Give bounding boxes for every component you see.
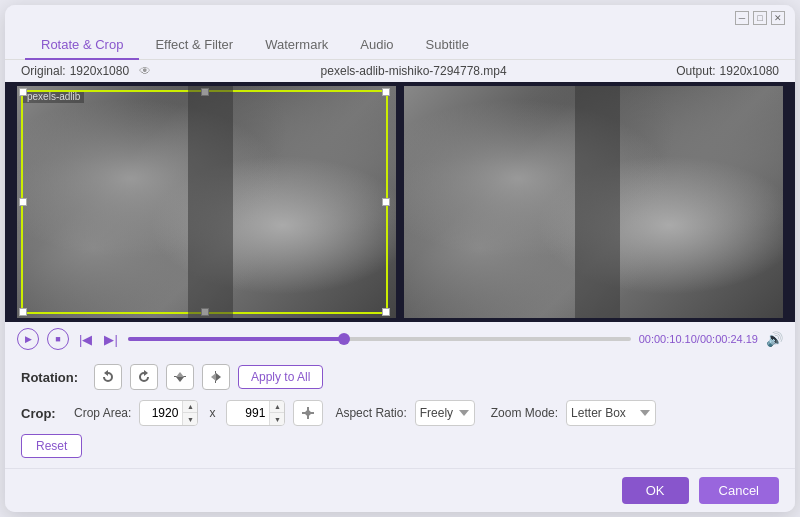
preview-left: pexels-adlib — [17, 86, 396, 318]
preview-canvas-right — [404, 86, 783, 318]
total-time: 00:00:24.19 — [700, 333, 758, 345]
preview-canvas-left: pexels-adlib — [17, 86, 396, 318]
progress-fill — [128, 337, 344, 341]
crop-row: Crop: Crop Area: ▲ ▼ x ▲ ▼ — [21, 400, 779, 426]
crop-handle-bl[interactable] — [19, 308, 27, 316]
rotation-row: Rotation: — [21, 364, 779, 390]
aspect-ratio-label: Aspect Ratio: — [335, 406, 406, 420]
crop-area-label: Crop Area: — [74, 406, 131, 420]
ok-button[interactable]: OK — [622, 477, 689, 504]
tab-watermark[interactable]: Watermark — [249, 31, 344, 60]
zoom-mode-label: Zoom Mode: — [491, 406, 558, 420]
x-separator: x — [209, 406, 215, 420]
reset-button[interactable]: Reset — [21, 434, 82, 458]
minimize-button[interactable]: ─ — [735, 11, 749, 25]
footer: OK Cancel — [5, 468, 795, 512]
output-label: Output: — [676, 64, 715, 78]
eye-icon[interactable]: 👁 — [139, 64, 151, 78]
crop-width-up[interactable]: ▲ — [183, 400, 197, 413]
preview-right — [404, 86, 783, 318]
rotate-left-button[interactable] — [94, 364, 122, 390]
height-spinners: ▲ ▼ — [269, 400, 284, 426]
tab-subtitle[interactable]: Subtitle — [410, 31, 485, 60]
volume-icon[interactable]: 🔊 — [766, 331, 783, 347]
controls-area: Rotation: — [5, 356, 795, 468]
crop-width-down[interactable]: ▼ — [183, 413, 197, 426]
width-spinners: ▲ ▼ — [182, 400, 197, 426]
skip-forward-button[interactable]: ▶| — [102, 332, 119, 347]
crop-handle-br[interactable] — [382, 308, 390, 316]
crop-height-input[interactable] — [227, 406, 269, 420]
crop-height-down[interactable]: ▼ — [270, 413, 284, 426]
crop-height-up[interactable]: ▲ — [270, 400, 284, 413]
current-time: 00:00:10.10 — [639, 333, 697, 345]
maximize-button[interactable]: □ — [753, 11, 767, 25]
tab-audio[interactable]: Audio — [344, 31, 409, 60]
reset-row: Reset — [21, 434, 779, 458]
crop-width-group: ▲ ▼ — [139, 400, 198, 426]
tab-effect-filter[interactable]: Effect & Filter — [139, 31, 249, 60]
filename: pexels-adlib-mishiko-7294778.mp4 — [321, 64, 507, 78]
original-label: Original: — [21, 64, 66, 78]
play-button[interactable]: ▶ — [17, 328, 39, 350]
tab-bar: Rotate & Crop Effect & Filter Watermark … — [5, 31, 795, 60]
original-resolution: 1920x1080 — [70, 64, 129, 78]
main-window: ─ □ ✕ Rotate & Crop Effect & Filter Wate… — [5, 5, 795, 512]
stop-button[interactable]: ■ — [47, 328, 69, 350]
svg-rect-3 — [302, 412, 314, 414]
rotation-label: Rotation: — [21, 370, 86, 385]
skip-back-button[interactable]: |◀ — [77, 332, 94, 347]
crop-handle-mb[interactable] — [201, 308, 209, 316]
zoom-mode-select[interactable]: Letter Box — [566, 400, 656, 426]
cancel-button[interactable]: Cancel — [699, 477, 779, 504]
left-video-label: pexels-adlib — [23, 90, 84, 103]
flip-horizontal-button[interactable] — [202, 364, 230, 390]
title-bar: ─ □ ✕ — [5, 5, 795, 31]
center-crop-button[interactable] — [293, 400, 323, 426]
crop-height-group: ▲ ▼ — [226, 400, 285, 426]
aspect-ratio-select[interactable]: Freely — [415, 400, 475, 426]
crop-width-input[interactable] — [140, 406, 182, 420]
progress-track[interactable] — [128, 337, 631, 341]
playback-bar: ▶ ■ |◀ ▶| 00:00:10.10/00:00:24.19 🔊 — [5, 322, 795, 356]
tab-rotate-crop[interactable]: Rotate & Crop — [25, 31, 139, 60]
crop-handle-ml[interactable] — [19, 198, 27, 206]
crop-handle-mt[interactable] — [201, 88, 209, 96]
crop-handle-mr[interactable] — [382, 198, 390, 206]
crop-handle-tr[interactable] — [382, 88, 390, 96]
time-display: 00:00:10.10/00:00:24.19 — [639, 333, 758, 345]
crop-label: Crop: — [21, 406, 66, 421]
output-resolution: 1920x1080 — [720, 64, 779, 78]
preview-area: pexels-adlib — [5, 82, 795, 322]
info-bar: Original: 1920x1080 👁 pexels-adlib-mishi… — [5, 60, 795, 82]
flip-vertical-button[interactable] — [166, 364, 194, 390]
close-button[interactable]: ✕ — [771, 11, 785, 25]
rotate-right-button[interactable] — [130, 364, 158, 390]
apply-to-all-button[interactable]: Apply to All — [238, 365, 323, 389]
crop-box[interactable] — [21, 90, 388, 314]
progress-thumb[interactable] — [338, 333, 350, 345]
